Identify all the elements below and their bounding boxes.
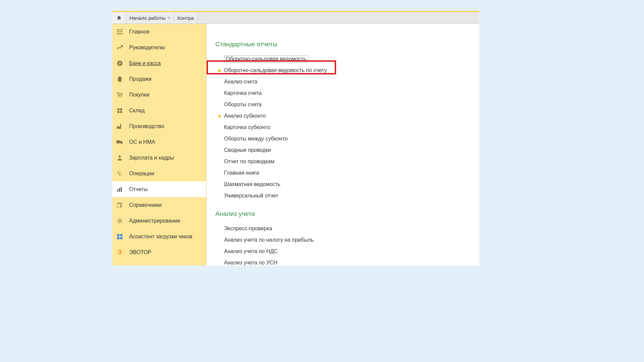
svg-rect-9 bbox=[116, 140, 120, 143]
sidebar-item-label: ЭВОТОР bbox=[129, 249, 151, 255]
tab-contractors[interactable]: Контра bbox=[174, 12, 198, 23]
sidebar: Главное Руководителю ₽ Банк и касса Прод… bbox=[112, 24, 207, 265]
svg-rect-6 bbox=[120, 108, 122, 110]
sidebar-item-catalogs[interactable]: Справочники bbox=[112, 197, 206, 213]
menu-icon bbox=[116, 29, 124, 34]
report-label: Анализ учета по УСН bbox=[224, 260, 277, 266]
report-label: Анализ субконто bbox=[224, 113, 266, 119]
report-between-subconto[interactable]: ★ Обороты между субконто bbox=[217, 133, 479, 144]
sidebar-item-manager[interactable]: Руководителю bbox=[112, 40, 206, 55]
svg-rect-5 bbox=[117, 108, 119, 110]
report-label: Анализ учета по налогу на прибыль bbox=[224, 237, 314, 243]
star-icon: ★ bbox=[217, 170, 222, 176]
svg-rect-15 bbox=[121, 187, 122, 192]
report-label: Карточка субконто bbox=[224, 124, 270, 130]
sidebar-item-label: Операции bbox=[129, 171, 154, 177]
close-icon[interactable]: × bbox=[167, 15, 170, 20]
sidebar-item-label: Зарплата и кадры bbox=[129, 155, 174, 161]
factory-icon bbox=[116, 124, 124, 129]
report-label: Шахматная ведомость bbox=[224, 181, 280, 187]
report-usn[interactable]: ★ Анализ учета по УСН bbox=[217, 257, 479, 268]
sidebar-item-reports[interactable]: Отчеты bbox=[112, 181, 206, 197]
star-icon: ★ bbox=[217, 136, 222, 142]
star-icon: ★ bbox=[217, 193, 222, 199]
svg-rect-22 bbox=[120, 237, 122, 239]
content-area: Стандартные отчеты ★ Оборотно-сальдовая … bbox=[207, 24, 479, 265]
report-subconto-card[interactable]: ★ Карточка субконто bbox=[217, 122, 479, 133]
star-icon: ★ bbox=[217, 90, 222, 97]
report-universal[interactable]: ★ Универсальный отчет bbox=[217, 190, 479, 201]
report-vat[interactable]: ★ Анализ учета по НДС bbox=[217, 246, 479, 257]
trend-icon bbox=[116, 45, 124, 50]
report-general-ledger[interactable]: ★ Главная книга bbox=[217, 167, 479, 179]
report-summary-entries[interactable]: ★ Сводные проводки bbox=[217, 144, 479, 156]
sidebar-item-label: Справочники bbox=[129, 202, 162, 208]
sidebar-item-operations[interactable]: Дт Кт Операции bbox=[112, 166, 206, 181]
report-label: Сводные проводки bbox=[224, 147, 271, 153]
report-osv-account[interactable]: ★ Оборотно-сальдовая ведомость по счету bbox=[217, 65, 479, 76]
sidebar-item-assistant[interactable]: Ассистент загрузки чеков bbox=[112, 229, 206, 244]
svg-point-18 bbox=[119, 220, 121, 222]
home-icon bbox=[116, 15, 122, 20]
sidebar-item-warehouse[interactable]: Склад bbox=[112, 103, 206, 118]
report-subconto-analysis[interactable]: ★ Анализ субконто bbox=[217, 110, 479, 122]
ruble-icon: ₽ bbox=[116, 60, 124, 66]
sidebar-item-sales[interactable]: Продажи bbox=[112, 71, 206, 87]
report-entries[interactable]: ★ Отчет по проводкам bbox=[217, 156, 479, 167]
star-icon: ★ bbox=[217, 237, 222, 243]
svg-text:₽: ₽ bbox=[119, 61, 121, 65]
report-label: Оборотно-сальдовая ведомость bbox=[224, 55, 308, 63]
tab-start[interactable]: Начало работы × bbox=[126, 12, 174, 23]
tab-home[interactable] bbox=[112, 12, 126, 23]
tab-label: Контра bbox=[177, 15, 194, 21]
star-icon: ★ bbox=[217, 181, 222, 188]
sidebar-item-label: ОС и НМА bbox=[129, 139, 155, 145]
star-icon: ★ bbox=[217, 56, 222, 62]
tab-label: Начало работы bbox=[129, 15, 165, 21]
report-label: Экспресс-проверка bbox=[224, 226, 272, 232]
star-icon: ★ bbox=[217, 79, 222, 85]
gear-icon bbox=[116, 218, 124, 224]
report-profit-tax[interactable]: ★ Анализ учета по налогу на прибыль bbox=[217, 234, 479, 246]
svg-point-12 bbox=[119, 155, 121, 157]
star-icon: ★ bbox=[217, 102, 222, 108]
star-icon: ★ bbox=[217, 260, 222, 266]
sidebar-item-label: Ассистент загрузки чеков bbox=[129, 234, 193, 240]
truck-icon bbox=[116, 140, 124, 144]
report-label: Обороты между субконто bbox=[224, 136, 288, 142]
sidebar-item-label: Производство bbox=[129, 123, 164, 129]
report-account-card[interactable]: ★ Карточка счета bbox=[217, 87, 479, 99]
report-express-check[interactable]: ★ Экспресс-проверка bbox=[217, 223, 479, 234]
star-icon: ★ bbox=[217, 124, 222, 131]
report-account-turnover[interactable]: ★ Обороты счета bbox=[217, 99, 479, 110]
star-icon: ★ bbox=[217, 226, 222, 232]
report-label: Оборотно-сальдовая ведомость по счету bbox=[224, 67, 327, 73]
sidebar-item-label: Склад bbox=[129, 108, 145, 114]
sidebar-item-purchases[interactable]: Покупки bbox=[112, 87, 206, 103]
grid-icon bbox=[116, 108, 124, 113]
svg-rect-19 bbox=[117, 234, 119, 236]
report-account-analysis[interactable]: ★ Анализ счета bbox=[217, 76, 479, 87]
report-label: Главная книга bbox=[224, 170, 259, 176]
report-osv[interactable]: ★ Оборотно-сальдовая ведомость bbox=[217, 53, 479, 65]
sidebar-item-evotor[interactable]: Э ЭВОТОР bbox=[112, 244, 206, 260]
sidebar-item-admin[interactable]: Администрирование bbox=[112, 213, 206, 229]
sidebar-item-main[interactable]: Главное bbox=[112, 24, 206, 40]
evotor-icon: Э bbox=[116, 249, 124, 256]
report-label: Анализ учета по НДС bbox=[224, 248, 278, 254]
sidebar-item-production[interactable]: Производство bbox=[112, 118, 206, 134]
copies-icon bbox=[116, 202, 124, 208]
sidebar-item-assets[interactable]: ОС и НМА bbox=[112, 134, 206, 150]
tiles-icon bbox=[116, 234, 124, 239]
svg-point-4 bbox=[121, 96, 122, 97]
report-chess[interactable]: ★ Шахматная ведомость bbox=[217, 179, 479, 190]
svg-rect-21 bbox=[117, 237, 119, 239]
report-label: Универсальный отчет bbox=[224, 193, 278, 199]
sidebar-item-bank[interactable]: ₽ Банк и касса bbox=[112, 55, 206, 71]
sidebar-item-salary[interactable]: Зарплата и кадры bbox=[112, 150, 206, 166]
svg-rect-8 bbox=[120, 111, 122, 113]
sidebar-item-label: Продажи bbox=[129, 76, 152, 82]
standard-reports-list: ★ Оборотно-сальдовая ведомость ★ Оборотн… bbox=[217, 53, 479, 201]
report-label: Отчет по проводкам bbox=[224, 159, 274, 165]
sidebar-item-label: Отчеты bbox=[129, 186, 148, 192]
